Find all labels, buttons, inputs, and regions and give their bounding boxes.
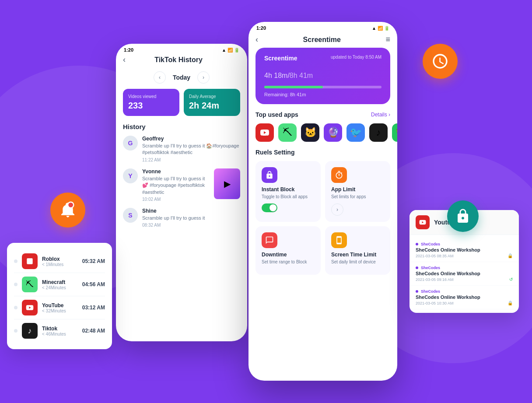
- date-next-button[interactable]: ›: [197, 71, 210, 84]
- app-icons-row: ⛏ 🐱 🔮 🐦 ♪ 🌿: [248, 123, 397, 142]
- roblox-name: Roblox: [42, 256, 78, 262]
- st-label: Screentime: [264, 55, 297, 62]
- date-prev-button[interactable]: ‹: [154, 71, 166, 84]
- usage-item-minecraft: ⛏ Minecraft < 24Minutes 04:56 AM: [14, 273, 105, 296]
- usage-item-roblox: Roblox < 1Minutes 05:32 AM: [14, 250, 105, 273]
- history-title: History: [123, 123, 240, 130]
- top-apps-details-link[interactable]: Details ›: [371, 112, 390, 118]
- source-dot-2: [416, 290, 418, 293]
- tiktok-duration: < 46Minutes: [42, 332, 78, 336]
- usage-item-youtube: YouTube < 32Minutes 03:12 AM: [14, 296, 105, 319]
- history-item-2: S Shine Scramble up I'll try to guess it…: [123, 208, 240, 228]
- minecraft-info: Minecraft < 24Minutes: [42, 279, 78, 290]
- yt-item-title-0: SheCodes Online Workshop: [416, 247, 513, 252]
- screentime-card: Screentime updated to Today 8:50 AM 4h 1…: [256, 48, 390, 104]
- app-icon-mystery1[interactable]: 🐱: [301, 123, 319, 142]
- date-label: Today: [173, 74, 190, 81]
- bell-icon: [59, 201, 77, 219]
- stat-videos-viewed: Videos viewed 233: [123, 89, 179, 116]
- usage-item-tiktok: ♪ Tiktok < 46Minutes 02:48 AM: [14, 319, 105, 342]
- yt-item-bottom-1: 2021-03-05 09:16 AM ↺: [416, 277, 513, 282]
- bell-icon-container: [50, 193, 85, 228]
- rule-desc-downtime: Set time range to Block: [262, 259, 315, 265]
- yt-lock-0: 🔒: [508, 253, 513, 258]
- stat-daily-average: Daily Average 2h 24m: [184, 89, 240, 116]
- instant-block-toggle[interactable]: [262, 203, 277, 212]
- history-body-0: Geoffrey Scramble up I'll try to guess i…: [142, 136, 240, 162]
- history-text-2: Scramble up I'll try to guess it: [142, 215, 240, 221]
- phone1-tiktok-history: 1:20 ▲📶🔋 ‹ TikTok History ‹ Today › Vide…: [116, 44, 247, 341]
- st-progress-bg: [264, 86, 382, 88]
- app-icon-tiktok[interactable]: ♪: [369, 123, 388, 142]
- youtube-icon: [22, 300, 38, 315]
- yt-unlock-1: ↺: [509, 277, 513, 282]
- stats-row: Videos viewed 233 Daily Average 2h 24m: [123, 89, 240, 116]
- usage-dot: [14, 259, 18, 263]
- st-updated: updated to Today 8:50 AM: [331, 55, 382, 60]
- st-time: 4h 18m/8h 41m: [264, 65, 382, 81]
- toggle-container: [262, 203, 315, 212]
- yt-item-2: SheCodes SheCodes Online Workshop 2021-0…: [410, 286, 519, 309]
- app-icon-mystery4[interactable]: 🌿: [392, 123, 397, 142]
- youtube-time: 03:12 AM: [82, 305, 105, 311]
- phone2-status-icons: ▲📶🔋: [372, 26, 389, 31]
- usage-dot: [14, 283, 18, 286]
- history-text-0: Scramble up I'll try to guess it 🏠#foryo…: [142, 143, 240, 156]
- phone1-status-bar: 1:20 ▲📶🔋: [116, 44, 247, 53]
- yt-list: SheCodes SheCodes Online Workshop 2021-0…: [410, 235, 519, 313]
- rule-card-downtime: Downtime Set time range to Block: [256, 226, 321, 275]
- yt-source-1: SheCodes: [421, 266, 440, 270]
- usage-dot: [14, 329, 18, 333]
- st-remaining: Remaining: 8h 41m: [264, 92, 382, 97]
- rule-icon-timer: [331, 167, 347, 183]
- avatar-shine: S: [123, 208, 138, 223]
- minecraft-duration: < 24Minutes: [42, 285, 78, 290]
- app-limit-arrow-button[interactable]: ›: [331, 203, 343, 216]
- stat-value-2: 2h 24m: [189, 101, 235, 111]
- app-icon-mystery2[interactable]: 🔮: [324, 123, 342, 142]
- screen-back-button[interactable]: ‹: [256, 35, 258, 44]
- yt-item-1: SheCodes SheCodes Online Workshop 2021-0…: [410, 262, 519, 286]
- rule-name-app-limit: App Limit: [331, 186, 384, 193]
- rule-card-app-limit: App Limit Set limits for apps ›: [325, 161, 390, 222]
- app-icon-mystery3[interactable]: 🐦: [346, 123, 365, 142]
- history-time-0: 11:22 AM: [142, 158, 240, 162]
- phone2-time: 1:20: [256, 25, 266, 31]
- stat-label-1: Videos viewed: [128, 94, 174, 99]
- history-body-1: Yvonne Scramble up I'll try to guess it …: [142, 168, 210, 202]
- history-text-1: Scramble up I'll try to guess it 💕 #fory…: [142, 175, 210, 196]
- phone1-nav: ‹ TikTok History: [116, 53, 247, 68]
- roblox-icon: [22, 253, 38, 269]
- screen-menu-button[interactable]: ≡: [385, 35, 390, 44]
- history-item-0: G Geoffrey Scramble up I'll try to guess…: [123, 136, 240, 162]
- yt-item-bottom-0: 2021-03-05 08:35 AM 🔒: [416, 253, 513, 258]
- rule-name-screen-time-limit: Screen Time Limit: [331, 252, 384, 258]
- clock-icon-container: [423, 44, 458, 79]
- tiktok-info: Tiktok < 46Minutes: [42, 326, 78, 336]
- top-apps-title: Top used apps: [256, 111, 298, 118]
- st-progress-fill: [264, 86, 323, 88]
- tiktok-time: 02:48 AM: [82, 328, 105, 334]
- svg-point-0: [68, 202, 74, 208]
- history-time-1: 10:02 AM: [142, 197, 210, 202]
- stat-label-2: Daily Average: [189, 94, 235, 99]
- yt-item-bottom-2: 2021-03-05 10:30 AM 🔒: [416, 301, 513, 305]
- rule-name-downtime: Downtime: [262, 252, 315, 258]
- top-apps-header: Top used apps Details ›: [248, 111, 397, 118]
- rule-card-screen-time-limit: Screen Time Limit Set daily limit of dev…: [325, 226, 390, 275]
- yt-source-0: SheCodes: [421, 242, 440, 246]
- rules-title: Ruels Setting: [248, 149, 397, 156]
- usage-dot: [14, 306, 18, 309]
- avatar-geoffrey: G: [123, 136, 138, 151]
- lock-icon-container: [447, 200, 479, 232]
- history-body-2: Shine Scramble up I'll try to guess it 0…: [142, 208, 240, 228]
- tiktok-icon: ♪: [22, 323, 38, 339]
- roblox-time: 05:32 AM: [82, 258, 105, 264]
- history-time-2: 08:32 AM: [142, 223, 240, 228]
- youtube-duration: < 32Minutes: [42, 308, 78, 313]
- app-icon-youtube[interactable]: [256, 123, 274, 142]
- phone1-time: 1:20: [124, 47, 133, 53]
- minecraft-icon: ⛏: [22, 277, 38, 292]
- app-icon-minecraft[interactable]: ⛏: [278, 123, 297, 142]
- st-total: /8h 41m: [287, 72, 313, 79]
